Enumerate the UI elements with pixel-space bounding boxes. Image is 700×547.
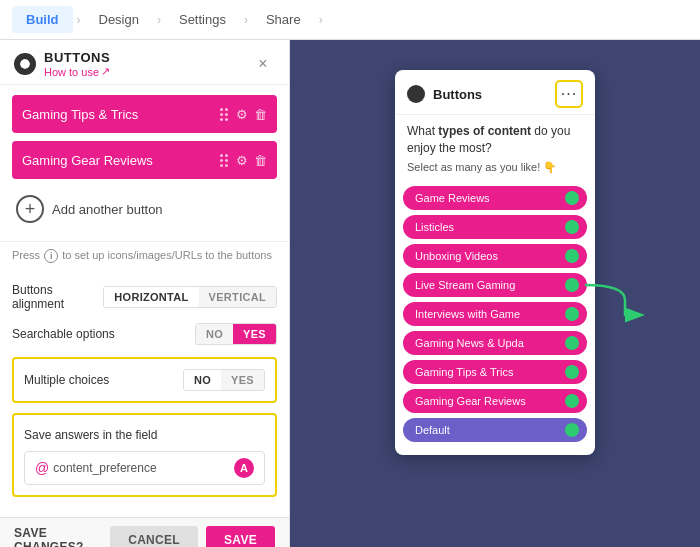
dot [220,118,223,121]
dot [220,159,223,162]
option-label: Gaming Tips & Trics [415,366,565,378]
how-to-use-link[interactable]: How to use ↗ [44,65,251,78]
hint-text: Press i to set up icons/images/URLs to t… [0,241,289,273]
widget-menu-button[interactable]: ··· [555,80,583,108]
option-game-reviews[interactable]: Game Reviews [403,186,587,210]
save-answers-label: Save answers in the field [24,428,157,442]
close-button[interactable]: × [251,52,275,76]
widget-header: Buttons ··· [395,70,595,115]
option-dot [565,394,579,408]
gear-icon-2[interactable]: ⚙ [236,153,248,168]
option-dot [565,336,579,350]
question-bold: types of content [438,124,531,138]
option-label: Listicles [415,221,565,233]
alignment-horizontal[interactable]: HORIZONTAL [104,287,198,307]
option-label: Interviews with Game [415,308,565,320]
option-dot [565,249,579,263]
searchable-no[interactable]: NO [196,324,233,344]
multiple-choices-box: Multiple choices NO YES [12,357,277,403]
option-listicles[interactable]: Listicles [403,215,587,239]
button-item-2[interactable]: Gaming Gear Reviews ⚙ 🗑 [12,141,277,179]
dot [225,164,228,167]
settings-area: Buttons alignment HORIZONTAL VERTICAL Se… [0,273,289,517]
save-changes-label: SAVE CHANGES? [14,526,110,547]
panel-title: BUTTONS [44,50,251,65]
widget-options: Game Reviews Listicles Unboxing Videos L… [395,182,595,455]
widget-card: Buttons ··· What types of content do you… [395,70,595,455]
button-item-1[interactable]: Gaming Tips & Trics ⚙ 🗑 [12,95,277,133]
searchable-toggle: NO YES [195,323,277,345]
dot [225,113,228,116]
alignment-row: Buttons alignment HORIZONTAL VERTICAL [12,283,277,311]
button-list: Gaming Tips & Trics ⚙ 🗑 Gaming Gear Rev [0,85,289,241]
drag-handle-1[interactable] [220,108,228,121]
header-title-area: BUTTONS How to use ↗ [44,50,251,78]
nav-sep-1: › [77,13,81,27]
dot [225,108,228,111]
drag-handle-2[interactable] [220,154,228,167]
trash-icon-2[interactable]: 🗑 [254,153,267,168]
widget-icon [407,85,425,103]
multiple-choices-row: Multiple choices NO YES [24,369,265,391]
panel-header: BUTTONS How to use ↗ × [0,40,289,85]
nav-sep-3: › [244,13,248,27]
save-button[interactable]: SAVE [206,526,275,547]
dot [225,159,228,162]
option-interviews[interactable]: Interviews with Game [403,302,587,326]
widget-title: Buttons [433,87,555,102]
dot [220,164,223,167]
option-label: Live Stream Gaming [415,279,565,291]
option-dot [565,220,579,234]
header-icon [14,53,36,75]
searchable-row: Searchable options NO YES [12,323,277,345]
dot [225,118,228,121]
alignment-label: Buttons alignment [12,283,103,311]
nav-sep-4: › [319,13,323,27]
add-icon: + [16,195,44,223]
option-gaming-tips[interactable]: Gaming Tips & Trics [403,360,587,384]
tab-settings[interactable]: Settings [165,6,240,33]
arrow-connector [585,275,665,325]
option-gaming-gear[interactable]: Gaming Gear Reviews [403,389,587,413]
cancel-button[interactable]: CANCEL [110,526,198,547]
multiple-choices-yes[interactable]: YES [221,370,264,390]
searchable-label: Searchable options [12,327,195,341]
button-label-1: Gaming Tips & Trics [22,107,220,122]
widget-question: What types of content do you enjoy the m… [395,115,595,159]
trash-icon-1[interactable]: 🗑 [254,107,267,122]
dot [225,154,228,157]
dot [220,154,223,157]
header-icon-inner [20,59,30,69]
hint-icon: i [44,249,58,263]
field-input[interactable]: @ content_preference A [24,451,265,485]
option-dot [565,278,579,292]
top-nav: Build › Design › Settings › Share › [0,0,700,40]
multiple-choices-label: Multiple choices [24,373,183,387]
multiple-choices-no[interactable]: NO [184,370,221,390]
tab-build[interactable]: Build [12,6,73,33]
option-unboxing[interactable]: Unboxing Videos [403,244,587,268]
tab-share[interactable]: Share [252,6,315,33]
option-dot [565,365,579,379]
left-panel: BUTTONS How to use ↗ × Gaming Tips & Tri… [0,40,290,547]
add-button-row[interactable]: + Add another button [12,187,277,231]
add-button-label: Add another button [52,202,163,217]
option-default[interactable]: Default [403,418,587,442]
dot [220,113,223,116]
searchable-yes[interactable]: YES [233,324,276,344]
button-actions-2: ⚙ 🗑 [220,153,267,168]
nav-sep-2: › [157,13,161,27]
option-label: Game Reviews [415,192,565,204]
option-label: Default [415,424,565,436]
button-actions-1: ⚙ 🗑 [220,107,267,122]
option-live-stream[interactable]: Live Stream Gaming [403,273,587,297]
tab-design[interactable]: Design [85,6,153,33]
nav-tabs: Build › Design › Settings › Share › [12,6,323,33]
widget-sub: Select as many as you like! 👇 [395,159,595,182]
button-label-2: Gaming Gear Reviews [22,153,220,168]
right-panel: Buttons ··· What types of content do you… [290,40,700,547]
option-dot [565,307,579,321]
alignment-vertical[interactable]: VERTICAL [199,287,276,307]
option-gaming-news[interactable]: Gaming News & Upda [403,331,587,355]
gear-icon-1[interactable]: ⚙ [236,107,248,122]
